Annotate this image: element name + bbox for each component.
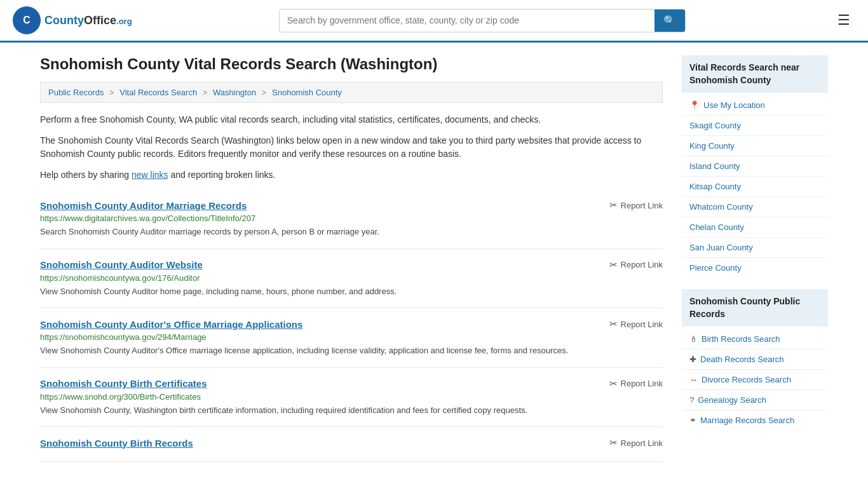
search-button[interactable]: 🔍	[654, 10, 685, 32]
sidebar-item-birth-records[interactable]: 🕯 Birth Records Search	[682, 330, 828, 348]
sidebar-link-label: Birth Records Search	[702, 334, 780, 344]
sidebar-item-divorce-records[interactable]: ↔ Divorce Records Search	[682, 371, 828, 388]
result-url[interactable]: https://www.digitalarchives.wa.gov/Colle…	[40, 214, 663, 223]
description-2: The Snohomish County Vital Records Searc…	[40, 134, 663, 161]
genealogy-icon: ?	[689, 395, 694, 405]
sidebar-link-label: Pierce County	[689, 263, 742, 273]
search-input[interactable]	[280, 10, 654, 30]
results-list: Snohomish County Auditor Marriage Record…	[40, 189, 663, 462]
report-label: Report Link	[621, 260, 663, 269]
sidebar-link-label: Death Records Search	[700, 355, 784, 364]
report-icon: ✂	[609, 259, 618, 271]
breadcrumb-vital-records[interactable]: Vital Records Search	[119, 88, 197, 97]
sidebar-link-label: Chelan County	[689, 222, 744, 232]
result-header: Snohomish County Auditor Marriage Record…	[40, 200, 663, 211]
sidebar-item-island[interactable]: Island County	[682, 158, 828, 175]
description-3: Help others by sharing new links and rep…	[40, 168, 663, 182]
search-area[interactable]: 🔍	[279, 9, 686, 32]
result-desc: View Snohomish County, Washington birth …	[40, 404, 663, 417]
result-url[interactable]: https://www.snohd.org/300/Birth-Certific…	[40, 392, 663, 402]
result-item: Snohomish County Birth Records ✂ Report …	[40, 427, 663, 462]
report-label: Report Link	[621, 201, 663, 210]
location-icon: 📍	[689, 100, 700, 110]
sidebar-link-label: Island County	[689, 161, 740, 171]
breadcrumb-sep-3: >	[262, 88, 267, 97]
svg-text:C: C	[23, 15, 31, 25]
result-url[interactable]: https://snohomishcountywa.gov/176/Audito…	[40, 273, 663, 283]
death-icon: ✚	[689, 355, 696, 364]
sidebar-item-san-juan[interactable]: San Juan County	[682, 239, 828, 256]
breadcrumb-snohomish[interactable]: Snohomish County	[272, 88, 342, 97]
birth-icon: 🕯	[689, 334, 698, 344]
sidebar-link-label: Kitsap County	[689, 182, 741, 191]
result-desc: View Snohomish County Auditor home page,…	[40, 285, 663, 298]
menu-button[interactable]: ☰	[832, 10, 855, 31]
sidebar-link-label: Divorce Records Search	[702, 375, 791, 384]
breadcrumb-sep-1: >	[109, 88, 114, 97]
result-url[interactable]: https://snohomishcountywa.gov/294/Marria…	[40, 332, 663, 342]
main-container: Snohomish County Vital Records Search (W…	[27, 43, 841, 462]
report-icon: ✂	[609, 200, 618, 211]
report-link-button[interactable]: ✂ Report Link	[609, 378, 663, 390]
result-header: Snohomish County Auditor Website ✂ Repor…	[40, 259, 663, 271]
report-label: Report Link	[621, 438, 663, 448]
result-title[interactable]: Snohomish County Auditor Marriage Record…	[40, 200, 247, 211]
report-icon: ✂	[609, 437, 618, 449]
sidebar-link-label: Whatcom County	[689, 202, 753, 212]
breadcrumb-public-records[interactable]: Public Records	[48, 88, 104, 97]
sidebar-public-records-title: Snohomish County Public Records	[682, 289, 828, 327]
breadcrumb-sep-2: >	[203, 88, 208, 97]
breadcrumb-washington[interactable]: Washington	[213, 88, 256, 97]
logo-icon: C	[13, 6, 41, 34]
sidebar: Vital Records Search near Snohomish Coun…	[682, 55, 828, 462]
result-title[interactable]: Snohomish County Birth Records	[40, 438, 193, 449]
sidebar-nearby-title: Vital Records Search near Snohomish Coun…	[682, 55, 828, 93]
report-label: Report Link	[621, 320, 663, 329]
result-header: Snohomish County Birth Certificates ✂ Re…	[40, 378, 663, 390]
divorce-icon: ↔	[689, 375, 698, 384]
sidebar-item-marriage-records[interactable]: ⚭ Marriage Records Search	[682, 412, 828, 429]
report-link-button[interactable]: ✂ Report Link	[609, 200, 663, 211]
sidebar-link-label: Marriage Records Search	[700, 416, 794, 425]
sidebar-item-king[interactable]: King County	[682, 137, 828, 154]
result-item: Snohomish County Auditor Website ✂ Repor…	[40, 249, 663, 309]
sidebar-item-death-records[interactable]: ✚ Death Records Search	[682, 351, 828, 368]
logo-area: C CountyOffice.org	[13, 6, 132, 34]
marriage-icon: ⚭	[689, 416, 696, 425]
result-desc: View Snohomish County Auditor's Office m…	[40, 344, 663, 357]
sidebar-item-genealogy[interactable]: ? Genealogy Search	[682, 391, 828, 409]
header: C CountyOffice.org 🔍 ☰	[0, 0, 868, 43]
sidebar-item-chelan[interactable]: Chelan County	[682, 219, 828, 236]
description-1: Perform a free Snohomish County, WA publ…	[40, 113, 663, 126]
desc3-suffix: and reporting broken links.	[168, 170, 276, 180]
report-label: Report Link	[621, 379, 663, 388]
sidebar-item-whatcom[interactable]: Whatcom County	[682, 198, 828, 215]
sidebar-item-skagit[interactable]: Skagit County	[682, 117, 828, 134]
result-item: Snohomish County Birth Certificates ✂ Re…	[40, 368, 663, 428]
sidebar-link-label: King County	[689, 141, 735, 151]
result-title[interactable]: Snohomish County Auditor's Office Marria…	[40, 319, 302, 330]
page-title: Snohomish County Vital Records Search (W…	[40, 55, 663, 73]
result-title[interactable]: Snohomish County Birth Certificates	[40, 378, 207, 389]
report-icon: ✂	[609, 378, 618, 390]
result-header: Snohomish County Auditor's Office Marria…	[40, 318, 663, 330]
breadcrumb: Public Records > Vital Records Search > …	[40, 82, 663, 103]
sidebar-item-use-my-location[interactable]: 📍 Use My Location	[682, 97, 828, 114]
new-links[interactable]: new links	[132, 170, 168, 180]
sidebar-link-label: Use My Location	[703, 100, 765, 110]
content-area: Snohomish County Vital Records Search (W…	[40, 55, 663, 462]
sidebar-item-kitsap[interactable]: Kitsap County	[682, 178, 828, 195]
sidebar-link-label: Genealogy Search	[698, 395, 766, 405]
sidebar-public-records-section: Snohomish County Public Records 🕯 Birth …	[682, 289, 828, 429]
desc3-prefix: Help others by sharing	[40, 170, 132, 180]
sidebar-nearby-section: Vital Records Search near Snohomish Coun…	[682, 55, 828, 276]
logo-county: County	[44, 14, 84, 27]
report-link-button[interactable]: ✂ Report Link	[609, 318, 663, 330]
sidebar-item-pierce[interactable]: Pierce County	[682, 259, 828, 276]
report-link-button[interactable]: ✂ Report Link	[609, 437, 663, 449]
result-title[interactable]: Snohomish County Auditor Website	[40, 259, 203, 270]
report-icon: ✂	[609, 318, 618, 330]
logo-org: .org	[116, 17, 132, 26]
report-link-button[interactable]: ✂ Report Link	[609, 259, 663, 271]
logo-office: Office	[84, 14, 116, 27]
